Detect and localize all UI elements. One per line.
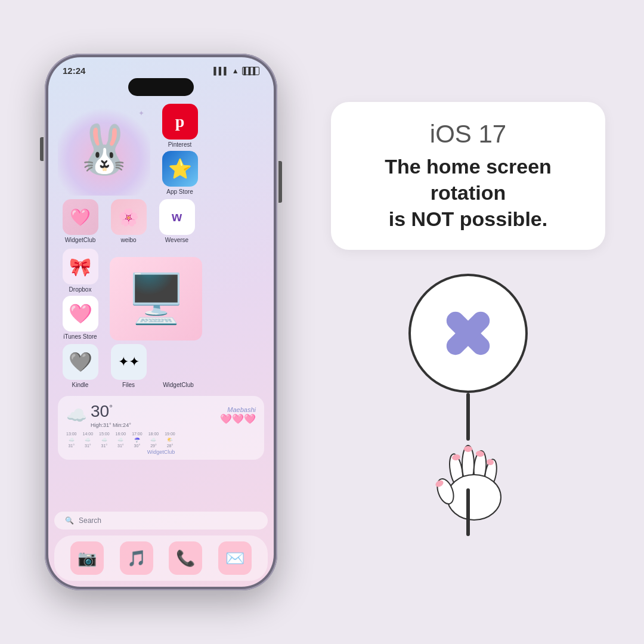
itunes-emoji: 🩷 xyxy=(69,302,92,325)
weather-hour-3: 15:00 ☁️ 31° xyxy=(99,432,110,448)
weather-cloud-icon: ☁️ xyxy=(66,405,87,425)
app-item-files[interactable]: ✦✦ Files xyxy=(106,344,151,389)
dropbox-label: Dropbox xyxy=(69,286,92,293)
app-item-widgetclub[interactable]: 🩷 WidgetClub xyxy=(58,199,103,244)
weibo-emoji: 🌸 xyxy=(118,208,139,227)
dropbox-icon: 🎀 xyxy=(63,249,98,284)
sign-stick xyxy=(466,393,470,441)
phone-shell: 12:24 ▌▌▌ ▲ ▌▌▌ 🐰 xyxy=(45,54,277,590)
app-row-1: 🐰 p Pinterest ⭐ xyxy=(58,103,264,196)
signal-icon: ▌▌▌ xyxy=(213,67,229,75)
appstore-icon: ⭐ xyxy=(162,151,198,187)
weather-top: ☁️ 30° High:31° Min:24° Maebashi 🩷🩷🩷 xyxy=(66,402,256,428)
info-card: iOS 17 The home screen rotationis NOT po… xyxy=(331,102,605,250)
app-item-itunes[interactable]: 🩷 iTunes Store xyxy=(58,296,103,340)
hand-illustration xyxy=(420,435,516,542)
weibo-icon: 🌸 xyxy=(111,199,147,235)
info-body: The home screen rotationis NOT possible. xyxy=(355,153,581,233)
info-title: iOS 17 xyxy=(355,120,581,148)
bunny-widget: 🐰 xyxy=(58,103,150,196)
appstore-star: ⭐ xyxy=(168,157,192,180)
kindle-icon: 🩶 xyxy=(63,344,98,380)
widgetclub-emoji: 🩷 xyxy=(70,208,91,227)
widgetclub-icon: 🩷 xyxy=(63,199,98,235)
widgetclub-label: WidgetClub xyxy=(65,237,96,244)
dock-mail-icon[interactable]: ✉️ xyxy=(218,541,252,575)
dock: 📷 🎵 📞 ✉️ xyxy=(54,535,268,581)
dock-music-icon[interactable]: 🎵 xyxy=(120,541,153,575)
right-panel: iOS 17 The home screen rotationis NOT po… xyxy=(331,102,617,543)
search-icon: 🔍 xyxy=(65,516,74,525)
svg-rect-13 xyxy=(466,488,470,536)
pinterest-label: Pinterest xyxy=(168,141,191,148)
weather-hearts: 🩷🩷🩷 xyxy=(220,413,256,425)
weather-highlow: High:31° Min:24° xyxy=(91,422,131,428)
status-icons: ▌▌▌ ▲ ▌▌▌ xyxy=(213,67,259,75)
dynamic-island xyxy=(128,78,194,96)
home-content: 🐰 p Pinterest ⭐ xyxy=(48,100,274,508)
app-item-kindle[interactable]: 🩶 Kindle xyxy=(58,344,103,389)
weverse-letter: w xyxy=(172,209,182,225)
dropbox-emoji: 🎀 xyxy=(69,256,91,277)
weather-hour-1: 13:00 ☁️ 31° xyxy=(66,432,77,448)
app-item-dropbox[interactable]: 🎀 Dropbox xyxy=(58,249,103,293)
widgetclub2-label: WidgetClub xyxy=(163,382,194,389)
phone-screen: 12:24 ▌▌▌ ▲ ▌▌▌ 🐰 xyxy=(48,57,274,587)
pinterest-icon: p xyxy=(162,104,198,140)
app-item-pinterest[interactable]: p Pinterest xyxy=(157,104,202,148)
weather-city: Maebashi xyxy=(220,406,256,413)
svg-point-6 xyxy=(447,475,501,520)
phone-mockup: 12:24 ▌▌▌ ▲ ▌▌▌ 🐰 xyxy=(45,54,277,590)
weather-hour-4: 16:00 ☁️ 31° xyxy=(116,432,126,448)
dock-camera-icon[interactable]: 📷 xyxy=(70,541,104,575)
bunny-emoji: 🐰 xyxy=(75,122,134,178)
status-time: 12:24 xyxy=(63,66,85,76)
appstore-label: App Store xyxy=(166,188,193,196)
files-emoji: ✦✦ xyxy=(118,354,140,370)
search-bar[interactable]: 🔍 Search xyxy=(54,512,268,530)
weather-hour-2: 14:00 ☁️ 31° xyxy=(83,432,94,448)
x-mark-svg xyxy=(429,295,507,372)
weather-hour-7: 19:00 🌤️ 28° xyxy=(165,432,175,448)
weather-widget-footer: WidgetClub xyxy=(66,449,256,455)
kindle-emoji: 🩶 xyxy=(69,351,92,373)
search-placeholder: Search xyxy=(79,516,101,525)
files-icon: ✦✦ xyxy=(111,344,147,380)
sign-illustration xyxy=(408,274,528,542)
computer-emoji: 🖥️ xyxy=(126,271,186,327)
itunes-label: iTunes Store xyxy=(63,333,97,340)
weather-temp: 30° xyxy=(91,402,131,421)
weverse-label: Weverse xyxy=(165,237,188,244)
app-row-2: 🎀 Dropbox 🩷 iTunes Store 🖥️ xyxy=(58,249,264,340)
computer-widget: 🖥️ xyxy=(110,257,202,340)
battery-icon: ▌▌▌ xyxy=(242,67,259,75)
sign-circle xyxy=(408,274,528,393)
svg-point-9 xyxy=(464,446,472,452)
app-item-weibo[interactable]: 🌸 weibo xyxy=(106,199,151,244)
weverse-icon: w xyxy=(159,199,195,235)
weather-hour-6: 18:00 ☁️ 29° xyxy=(148,432,159,448)
dock-phone-icon[interactable]: 📞 xyxy=(169,541,202,575)
app-row-1b: 🩷 WidgetClub 🌸 weibo w We xyxy=(58,199,264,244)
wifi-icon: ▲ xyxy=(232,67,239,75)
kindle-label: Kindle xyxy=(72,382,89,389)
hand-svg xyxy=(420,435,516,542)
weibo-label: weibo xyxy=(120,237,136,244)
weather-widget: ☁️ 30° High:31° Min:24° Maebashi 🩷🩷🩷 xyxy=(58,396,264,460)
files-label: Files xyxy=(122,382,135,389)
app-item-appstore[interactable]: ⭐ App Store xyxy=(157,151,202,196)
app-item-weverse[interactable]: w Weverse xyxy=(154,199,199,244)
status-bar: 12:24 ▌▌▌ ▲ ▌▌▌ xyxy=(48,57,274,78)
weather-right: Maebashi 🩷🩷🩷 xyxy=(220,406,256,425)
weather-hours: 13:00 ☁️ 31° 14:00 ☁️ 31° 15:00 ☁️ 3 xyxy=(66,432,256,448)
app-row-3: 🩶 Kindle ✦✦ Files WidgetClub xyxy=(58,344,264,389)
itunes-icon: 🩷 xyxy=(63,296,98,332)
app-item-widgetclub2[interactable]: WidgetClub xyxy=(154,382,202,389)
weather-hour-5: 17:00 ☂️ 30° xyxy=(132,432,143,448)
weather-left: ☁️ 30° High:31° Min:24° xyxy=(66,402,131,428)
